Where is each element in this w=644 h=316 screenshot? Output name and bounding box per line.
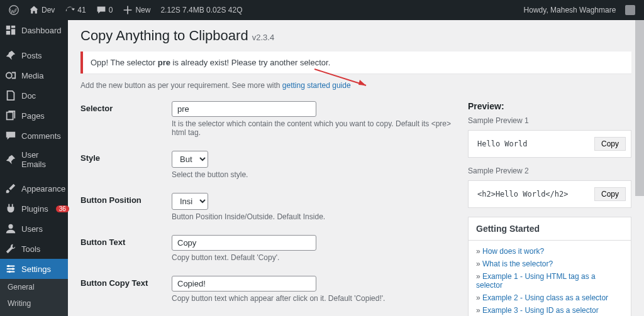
- position-select[interactable]: Inside: [172, 193, 208, 210]
- sidebar-item-dashboard[interactable]: Dashboard: [0, 20, 68, 40]
- refresh-icon: [65, 5, 75, 15]
- sample1-label: Sample Preview 1: [468, 116, 631, 125]
- sidebar-item-doc[interactable]: Doc: [0, 85, 68, 106]
- preview1-content: Hello World: [477, 139, 527, 148]
- text-label: Button Text: [80, 235, 172, 262]
- sidebar-item-settings[interactable]: Settings: [0, 259, 68, 279]
- admin-toolbar: Dev 41 0 New 2.12S 7.4MB 0.02S 42Q Howdy…: [0, 0, 644, 20]
- copy-button-2[interactable]: Copy: [594, 187, 626, 201]
- position-desc: Button Position Inside/Outside. Default …: [172, 212, 453, 221]
- style-desc: Select the button style.: [172, 170, 453, 179]
- selector-input[interactable]: [172, 101, 316, 117]
- error-notice: Opp! The selector pre is already exist! …: [80, 52, 631, 74]
- preview-box-2: <h2>Hello World</h2> Copy: [468, 180, 631, 208]
- svg-point-3: [8, 265, 10, 268]
- preview-box-1: Hello World Copy: [468, 130, 631, 158]
- helper-text: Add the new button as per your requireme…: [80, 81, 631, 90]
- sliders-icon: [5, 263, 16, 275]
- dashboard-icon: [5, 25, 16, 36]
- sample2-label: Sample Preview 2: [468, 166, 631, 175]
- sub-general[interactable]: General: [0, 279, 68, 295]
- gs-link-2[interactable]: Example 1 - Using HTML tag as a selector: [476, 272, 596, 290]
- selector-label: Selector: [80, 101, 172, 137]
- updates-link[interactable]: 41: [61, 5, 89, 15]
- gs-head: Getting Started: [469, 217, 631, 241]
- sidebar-item-plugins[interactable]: Plugins36: [0, 199, 68, 219]
- media-icon: [5, 70, 16, 81]
- svg-point-2: [8, 224, 13, 229]
- copy-button-1[interactable]: Copy: [594, 137, 626, 151]
- user-icon: [5, 223, 16, 234]
- wp-logo[interactable]: [5, 5, 23, 15]
- plus-icon: [123, 5, 133, 15]
- svg-point-5: [8, 271, 11, 273]
- howdy-link[interactable]: Howdy, Mahesh Waghmare: [520, 5, 639, 15]
- position-label: Button Position: [80, 193, 172, 221]
- style-label: Style: [80, 151, 172, 179]
- style-select[interactable]: Button: [172, 151, 208, 168]
- admin-sidebar: Dashboard Posts Media Doc Pages Comments…: [0, 20, 68, 316]
- home-icon: [29, 5, 39, 15]
- main-content: Copy Anything to Clipboard v2.3.4 Opp! T…: [68, 20, 644, 316]
- pin-icon: [5, 50, 16, 61]
- avatar: [625, 5, 635, 15]
- sidebar-item-pages[interactable]: Pages: [0, 106, 68, 126]
- doc-icon: [5, 90, 16, 101]
- wrench-icon: [5, 243, 16, 254]
- sidebar-item-user-emails[interactable]: User Emails: [0, 146, 68, 173]
- comments-link[interactable]: 0: [92, 5, 117, 15]
- text-input[interactable]: [172, 235, 316, 251]
- sub-writing[interactable]: Writing: [0, 295, 68, 312]
- plug-icon: [5, 203, 16, 214]
- pages-icon: [5, 110, 16, 121]
- comment-icon: [96, 5, 106, 15]
- copytext-desc: Copy button text which appear after clic…: [172, 294, 453, 303]
- svg-point-4: [12, 268, 14, 270]
- perf-stats[interactable]: 2.12S 7.4MB 0.02S 42Q: [157, 6, 246, 14]
- comment-icon: [5, 130, 16, 141]
- sidebar-item-comments[interactable]: Comments: [0, 126, 68, 146]
- getting-started-link[interactable]: getting started guide: [282, 81, 351, 90]
- update-badge: 36: [56, 205, 69, 212]
- pin-icon: [5, 154, 16, 165]
- svg-point-1: [6, 73, 12, 79]
- preview2-content: <h2>Hello World</h2>: [477, 190, 569, 199]
- side-column: Preview: Sample Preview 1 Hello World Co…: [468, 101, 631, 316]
- scrollbar-thumb[interactable]: [635, 20, 644, 196]
- gs-link-0[interactable]: How does it work?: [482, 247, 544, 256]
- selector-desc: It is the selector which contain the con…: [172, 119, 453, 137]
- sidebar-item-appearance[interactable]: Appearance: [0, 178, 68, 199]
- gs-link-1[interactable]: What is the selector?: [482, 259, 553, 268]
- copytext-label: Button Copy Text: [80, 276, 172, 303]
- new-link[interactable]: New: [119, 5, 154, 15]
- sidebar-item-tools[interactable]: Tools: [0, 239, 68, 259]
- gs-link-3[interactable]: Example 2 - Using class as a selector: [482, 293, 608, 302]
- text-desc: Copy button text. Default 'Copy'.: [172, 253, 453, 262]
- sub-reading[interactable]: Reading: [0, 312, 68, 316]
- page-title: Copy Anything to Clipboard v2.3.4: [80, 28, 631, 44]
- wordpress-icon: [9, 5, 19, 15]
- sidebar-item-users[interactable]: Users: [0, 219, 68, 239]
- getting-started-box: Getting Started How does it work? What i…: [468, 217, 631, 316]
- site-link[interactable]: Dev: [25, 5, 58, 15]
- scrollbar-track[interactable]: [635, 20, 644, 316]
- sidebar-item-posts[interactable]: Posts: [0, 45, 68, 65]
- preview-head: Preview:: [468, 101, 631, 111]
- settings-form: Selector It is the selector which contai…: [80, 101, 453, 316]
- brush-icon: [5, 183, 16, 194]
- settings-submenu: General Writing Reading Discussion Media…: [0, 279, 68, 316]
- gs-link-4[interactable]: Example 3 - Using ID as a selector: [482, 306, 599, 315]
- sidebar-item-media[interactable]: Media: [0, 65, 68, 85]
- copytext-input[interactable]: [172, 276, 316, 291]
